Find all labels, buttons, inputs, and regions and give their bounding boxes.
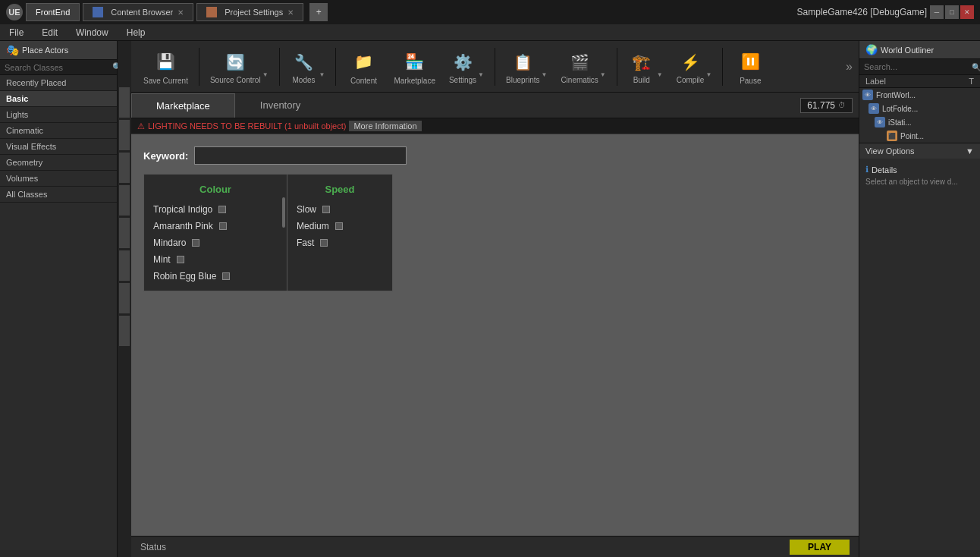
visibility-icon[interactable]: ⬛ <box>887 131 897 141</box>
checkbox-robin-egg-blue[interactable] <box>222 272 230 280</box>
colour-header: Colour <box>144 181 287 201</box>
sidebar-item-geometry[interactable]: Geometry <box>0 155 117 171</box>
menu-help[interactable]: Help <box>124 27 149 38</box>
search-classes-input[interactable] <box>5 63 109 72</box>
view-options-button[interactable]: View Options ▼ <box>859 143 980 159</box>
menu-window[interactable]: Window <box>73 27 112 38</box>
pause-button[interactable]: ⏸️ Pause <box>727 45 773 88</box>
toolbar-sep-3 <box>335 48 336 86</box>
outliner-item-frontworld[interactable]: 👁 FrontWorl... <box>859 88 980 102</box>
tab-inventory[interactable]: Inventory <box>235 93 325 118</box>
cinematics-button[interactable]: 🎬 Cinematics ▼ <box>554 46 611 87</box>
blueprints-button[interactable]: 📋 Blueprints ▼ <box>500 46 553 87</box>
close-button[interactable]: ✕ <box>960 5 974 19</box>
keyword-input[interactable] <box>194 146 407 165</box>
settings-button[interactable]: ⚙️ Settings ▼ <box>443 46 490 87</box>
checkbox-medium[interactable] <box>335 222 343 230</box>
visibility-icon[interactable]: 👁 <box>868 103 879 114</box>
build-arrow: ▼ <box>657 71 663 78</box>
visibility-icon[interactable]: 👁 <box>875 117 885 127</box>
modes-icon: 🔧 <box>291 49 318 76</box>
checkbox-mint[interactable] <box>177 256 184 263</box>
toolbar-sep-1 <box>199 48 199 86</box>
filter-fast[interactable]: Fast <box>287 234 392 251</box>
minimize-button[interactable]: ─ <box>930 5 944 19</box>
source-control-button[interactable]: 🔄 Source Control ▼ <box>204 46 275 87</box>
checkbox-amaranth-pink[interactable] <box>219 222 227 230</box>
outliner-item-lotfolder[interactable]: 👁 LotFolde... <box>859 102 980 115</box>
settings-arrow: ▼ <box>478 71 484 78</box>
colour-panel: Colour Tropical Indigo Amaranth Pink Min… <box>143 174 287 291</box>
filter-label: Mindaro <box>153 238 186 248</box>
close-content-browser[interactable]: ✕ <box>177 8 184 17</box>
marketplace-button[interactable]: 🏪 Marketplace <box>388 45 441 88</box>
checkbox-tropical-indigo[interactable] <box>218 206 226 213</box>
mini-thumb-1[interactable] <box>119 87 130 118</box>
filter-tropical-indigo[interactable]: Tropical Indigo <box>144 201 287 218</box>
modes-button[interactable]: 🔧 Modes ▼ <box>284 46 331 87</box>
mini-thumb-8[interactable] <box>119 316 130 346</box>
filter-mint[interactable]: Mint <box>144 251 287 268</box>
outliner-search-icon: 🔍 <box>972 63 980 71</box>
menu-edit[interactable]: Edit <box>39 27 61 38</box>
filter-label: Mint <box>153 254 171 265</box>
blueprints-label: Blueprints <box>506 76 539 84</box>
toolbar-sep-4 <box>495 48 495 86</box>
checkbox-mindaro[interactable] <box>192 239 199 247</box>
play-button[interactable]: PLAY <box>790 540 850 555</box>
fps-value: 61.775 <box>807 100 835 111</box>
tab-project-settings[interactable]: Project Settings ✕ <box>196 3 303 21</box>
tab-marketplace[interactable]: Marketplace <box>131 93 235 118</box>
filter-mindaro[interactable]: Mindaro <box>144 234 287 251</box>
outliner-label-istati: iStati... <box>888 118 912 127</box>
settings-label: Settings <box>449 76 476 84</box>
checkbox-fast[interactable] <box>320 239 328 247</box>
filter-medium[interactable]: Medium <box>287 218 392 234</box>
compile-button[interactable]: ⚡ Compile ▼ <box>671 46 718 87</box>
menu-file[interactable]: File <box>6 27 27 38</box>
new-tab-button[interactable]: + <box>309 3 328 21</box>
save-current-button[interactable]: 💾 Save Current <box>137 45 194 88</box>
tab-content-browser[interactable]: Content Browser ✕ <box>83 3 193 21</box>
mini-thumb-2[interactable] <box>119 120 130 150</box>
sidebar-item-all-classes[interactable]: All Classes <box>0 187 117 203</box>
toolbar-expand[interactable]: » <box>846 60 853 74</box>
fps-display-container: 61.775 ⏱ <box>800 98 859 113</box>
maximize-button[interactable]: □ <box>945 5 959 19</box>
sidebar-item-cinematic[interactable]: Cinematic <box>0 123 117 139</box>
save-current-label: Save Current <box>143 77 188 85</box>
sidebar-item-lights[interactable]: Lights <box>0 107 117 123</box>
sidebar-item-visual-effects[interactable]: Visual Effects <box>0 139 117 155</box>
filter-robin-egg-blue[interactable]: Robin Egg Blue <box>144 268 287 285</box>
sidebar-item-recently-placed[interactable]: Recently Placed <box>0 75 117 91</box>
mini-thumb-3[interactable] <box>119 153 130 183</box>
outliner-search-input[interactable] <box>864 62 969 71</box>
fps-counter: 61.775 ⏱ <box>800 98 853 113</box>
outliner-item-point[interactable]: ⬛ Point... <box>859 129 980 143</box>
warning-more-info-button[interactable]: More Information <box>349 121 421 131</box>
build-icon: 🏗️ <box>628 49 655 76</box>
filter-amaranth-pink[interactable]: Amaranth Pink <box>144 218 287 234</box>
sidebar-item-basic[interactable]: Basic <box>0 91 117 107</box>
mini-thumb-6[interactable] <box>119 250 130 281</box>
center-panel: 💾 Save Current 🔄 Source Control ▼ 🔧 Mode… <box>131 41 859 557</box>
mini-thumb-5[interactable] <box>119 218 130 248</box>
build-button[interactable]: 🏗️ Build ▼ <box>622 46 669 87</box>
outliner-label-point: Point... <box>900 132 924 140</box>
toolbar-sep-5 <box>617 48 617 86</box>
outliner-col-label: Label <box>865 77 886 86</box>
filter-slow[interactable]: Slow <box>287 201 392 218</box>
cinematics-icon: 🎬 <box>566 49 593 76</box>
sidebar-item-volumes[interactable]: Volumes <box>0 171 117 187</box>
mini-thumb-7[interactable] <box>119 283 130 313</box>
outliner-item-istati[interactable]: 👁 iStati... <box>859 115 980 129</box>
visibility-icon[interactable]: 👁 <box>862 90 873 100</box>
colour-scrollbar[interactable] <box>282 197 285 228</box>
settings-icon: ⚙️ <box>449 49 476 76</box>
marketplace-body: Keyword: Colour Tropical Indigo Amaranth… <box>131 134 859 536</box>
tab-frontend[interactable]: FrontEnd <box>26 3 80 21</box>
content-button[interactable]: 📁 Content <box>341 45 386 88</box>
close-project-settings[interactable]: ✕ <box>287 8 294 17</box>
checkbox-slow[interactable] <box>322 206 330 213</box>
mini-thumb-4[interactable] <box>119 185 130 216</box>
